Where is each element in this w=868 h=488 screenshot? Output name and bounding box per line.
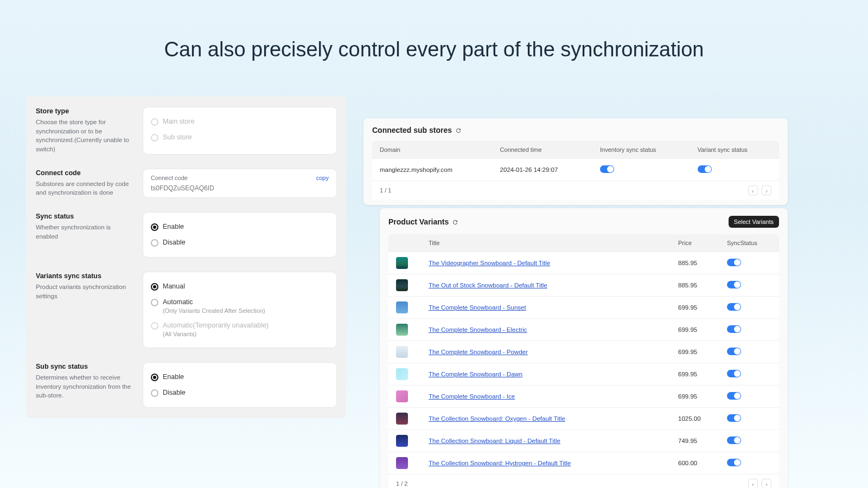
- sub-sync-desc: Determines whether to receive inventory …: [36, 373, 133, 400]
- variants-sync-control: Manual Automatic (Only Variants Created …: [143, 272, 336, 348]
- th-syncstatus: SyncStatus: [719, 234, 779, 252]
- sub-sync-disable[interactable]: Disable: [151, 385, 329, 401]
- sync-disable[interactable]: Disable: [151, 235, 329, 251]
- table-row: The Complete Snowboard - Electric699.95: [388, 319, 779, 341]
- variants-manual[interactable]: Manual: [151, 279, 329, 294]
- toggle-switch[interactable]: [727, 259, 741, 266]
- variants-table: Title Price SyncStatus The Videographer …: [388, 234, 779, 474]
- variant-link[interactable]: The Complete Snowboard - Powder: [429, 349, 528, 355]
- store-type-main[interactable]: Main store: [151, 114, 329, 130]
- cell-price: 699.95: [671, 341, 719, 363]
- radio-label: Main store: [163, 118, 194, 125]
- variant-link[interactable]: The Collection Snowboard: Liquid - Defau…: [429, 438, 560, 444]
- sync-enable[interactable]: Enable: [151, 219, 329, 235]
- toggle-switch[interactable]: [727, 436, 741, 444]
- th-thumb: [388, 234, 421, 252]
- sync-status-row: Sync status Whether synchronization is e…: [36, 213, 336, 257]
- connect-code-row: Connect code Substores are connected by …: [36, 169, 336, 197]
- cell-thumb: [388, 274, 421, 297]
- radio-label: Manual: [163, 282, 185, 290]
- connect-code-label: Connect code: [151, 175, 188, 181]
- pager-next[interactable]: ›: [762, 479, 771, 488]
- refresh-icon[interactable]: [452, 219, 458, 225]
- cell-thumb: [388, 341, 421, 363]
- sync-status-control: Enable Disable: [143, 213, 336, 257]
- product-thumb: [396, 390, 408, 402]
- cell-sync: [719, 252, 779, 274]
- variant-link[interactable]: The Complete Snowboard - Ice: [429, 393, 515, 400]
- sub-sync-row: Sub sync status Determines whether to re…: [36, 363, 336, 407]
- table-row: The Complete Snowboard - Dawn699.95: [388, 363, 779, 386]
- variant-link[interactable]: The Complete Snowboard - Sunset: [429, 304, 526, 311]
- variant-link[interactable]: The Complete Snowboard - Dawn: [429, 371, 522, 377]
- radio-sublabel: (All Variants): [163, 331, 269, 337]
- cell-price: 885.95: [671, 274, 719, 297]
- table-row: The Collection Snowboard: Hydrogen - Def…: [388, 452, 779, 474]
- cell-sync: [719, 408, 779, 430]
- cell-price: 600.00: [671, 452, 719, 474]
- th-var-sync: Variant sync status: [690, 141, 779, 159]
- product-thumb: [396, 435, 408, 447]
- radio-icon: [151, 134, 158, 142]
- pager-next[interactable]: ›: [762, 185, 771, 195]
- cell-inv-sync: [592, 159, 690, 181]
- cell-title: The Collection Snowboard: Hydrogen - Def…: [421, 452, 671, 474]
- cell-thumb: [388, 297, 421, 319]
- copy-button[interactable]: copy: [316, 175, 329, 181]
- pager-text: 1 / 2: [396, 480, 407, 487]
- radio-label: Enable: [163, 373, 184, 381]
- toggle-switch[interactable]: [600, 165, 614, 173]
- product-thumb: [396, 413, 408, 425]
- product-thumb: [396, 301, 408, 313]
- cell-sync: [719, 452, 779, 474]
- cell-title: The Complete Snowboard - Powder: [421, 341, 671, 363]
- table-row: The Collection Snowboard: Oxygen - Defau…: [388, 408, 779, 430]
- pager-prev[interactable]: ‹: [748, 479, 758, 488]
- toggle-switch[interactable]: [727, 325, 741, 333]
- cell-price: 699.95: [671, 363, 719, 386]
- cell-title: The Complete Snowboard - Ice: [421, 386, 671, 408]
- toggle-switch[interactable]: [727, 348, 741, 355]
- toggle-switch[interactable]: [727, 459, 741, 466]
- variant-link[interactable]: The Videographer Snowboard - Default Tit…: [429, 260, 550, 266]
- radio-icon: [151, 239, 158, 247]
- table-row: The Complete Snowboard - Sunset699.95: [388, 297, 779, 319]
- radio-icon: [151, 322, 158, 330]
- cell-price: 699.95: [671, 386, 719, 408]
- radio-label: Enable: [163, 223, 184, 230]
- radio-label: Sub store: [163, 133, 192, 141]
- cell-sync: [719, 341, 779, 363]
- radio-sublabel: (Only Variants Created After Selection): [163, 307, 265, 314]
- variants-auto[interactable]: Automatic (Only Variants Created After S…: [151, 294, 329, 318]
- variant-link[interactable]: The Collection Snowboard: Hydrogen - Def…: [429, 460, 571, 466]
- toggle-switch[interactable]: [727, 414, 741, 422]
- variant-link[interactable]: The Complete Snowboard - Electric: [429, 326, 527, 333]
- variants-sync-desc: Product variants synchronization setting…: [36, 282, 133, 300]
- toggle-switch[interactable]: [727, 392, 741, 400]
- sub-sync-title: Sub sync status: [36, 363, 133, 370]
- toggle-switch[interactable]: [698, 165, 712, 173]
- product-variants-card: Product Variants Select Variants Title P…: [380, 208, 788, 488]
- cell-title: The Out of Stock Snowboard - Default Tit…: [421, 274, 671, 297]
- connected-pager: 1 / 1 ‹ ›: [372, 181, 779, 200]
- table-row: The Complete Snowboard - Ice699.95: [388, 386, 779, 408]
- cell-title: The Videographer Snowboard - Default Tit…: [421, 252, 671, 274]
- toggle-switch[interactable]: [727, 281, 741, 288]
- cell-price: 749.95: [671, 430, 719, 452]
- variant-link[interactable]: The Out of Stock Snowboard - Default Tit…: [429, 282, 547, 288]
- store-type-control: Main store Sub store: [143, 107, 336, 154]
- variants-pager: 1 / 2 ‹ ›: [388, 474, 779, 488]
- toggle-switch[interactable]: [727, 303, 741, 311]
- pager-prev[interactable]: ‹: [748, 185, 758, 195]
- cell-domain: manglezzz.myshopify.com: [372, 159, 493, 181]
- select-variants-button[interactable]: Select Variants: [729, 216, 779, 228]
- th-time: Connected time: [493, 141, 592, 159]
- toggle-switch[interactable]: [727, 370, 741, 377]
- product-thumb: [396, 457, 408, 469]
- sub-sync-enable[interactable]: Enable: [151, 369, 329, 385]
- cell-sync: [719, 386, 779, 408]
- refresh-icon[interactable]: [455, 127, 462, 133]
- store-type-desc: Choose the store type for synchronizatio…: [36, 118, 133, 154]
- store-type-sub[interactable]: Sub store: [151, 130, 329, 145]
- variant-link[interactable]: The Collection Snowboard: Oxygen - Defau…: [429, 415, 565, 422]
